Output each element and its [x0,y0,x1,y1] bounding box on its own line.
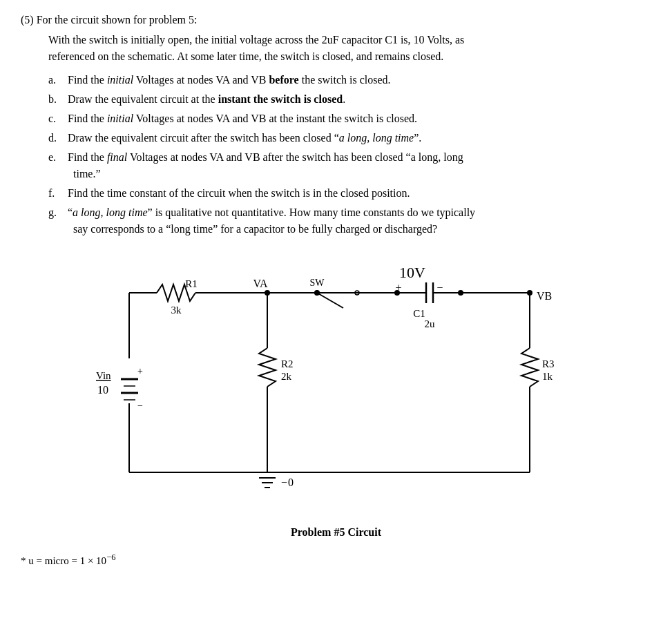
intro-line2: referenced on the schematic. At some lat… [48,50,443,62]
circuit-diagram: 10V + − VB C1 [74,258,599,521]
sw-line [317,293,343,308]
text-a: Find the initial Voltages at nodes VA an… [68,72,651,88]
r2-zigzag [259,348,276,387]
text-f: Find the time constant of the circuit wh… [68,185,651,202]
circuit-container: 10V + − VB C1 [21,258,651,539]
text-d: Draw the equivalent circuit after the sw… [68,130,651,146]
r3-zigzag [521,348,538,387]
r2-label: R2 [281,358,294,369]
text-e: Find the final Voltages at nodes VA and … [68,149,651,182]
circuit-caption: Problem #5 Circuit [291,526,381,539]
sw-label: SW [309,278,325,288]
problem-header: (5) For the circuit shown for problem 5: [21,14,651,26]
label-b: b. [48,91,68,108]
sub-item-a: a. Find the initial Voltages at nodes VA… [48,72,651,88]
vb-label: VB [537,290,552,302]
problem-number: (5) [21,14,34,26]
footnote-text: * u = micro = 1 × 10−6 [21,555,115,566]
c1-label: C1 [413,308,425,319]
sub-item-e: e. Find the final Voltages at nodes VA a… [48,149,651,182]
c1-value: 2u [424,318,435,329]
text-c: Find the initial Voltages at nodes VA an… [68,110,651,127]
r1-label: R1 [185,278,198,289]
label-e: e. [48,149,68,182]
sub-item-d: d. Draw the equivalent circuit after the… [48,130,651,146]
sub-item-b: b. Draw the equivalent circuit at the in… [48,91,651,108]
problem-header-text: For the circuit shown for problem 5: [37,14,198,26]
r1-value: 3k [171,305,182,316]
label-a: a. [48,72,68,88]
label-g: g. [48,204,68,238]
label-c: c. [48,110,68,127]
source-plus: + [137,366,143,376]
text-b: Draw the equivalent circuit at the insta… [68,91,651,108]
footnote: * u = micro = 1 × 10−6 [21,552,651,567]
problem-container: (5) For the circuit shown for problem 5:… [21,14,651,567]
gnd-label: − 0 [281,476,294,488]
sub-item-c: c. Find the initial Voltages at nodes VA… [48,110,651,127]
problem-intro: With the switch is initially open, the i… [48,32,651,65]
source-value: 10 [97,384,108,396]
label-d: d. [48,130,68,146]
voltage-label: 10V [399,264,425,281]
intro-line1: With the switch is initially open, the i… [48,34,464,46]
r3-label: R3 [542,358,555,369]
sub-item-f: f. Find the time constant of the circuit… [48,185,651,202]
r2-value: 2k [281,371,292,382]
sub-items-list: a. Find the initial Voltages at nodes VA… [48,72,651,238]
minus-sign: − [436,282,443,293]
vin-label: Vin [96,370,111,381]
text-g: “a long, long time” is qualitative not q… [68,204,651,238]
sub-item-g: g. “a long, long time” is qualitative no… [48,204,651,238]
va-label: VA [253,278,267,289]
label-f: f. [48,185,68,202]
source-minus: − [137,401,143,411]
r3-value: 1k [542,371,553,382]
